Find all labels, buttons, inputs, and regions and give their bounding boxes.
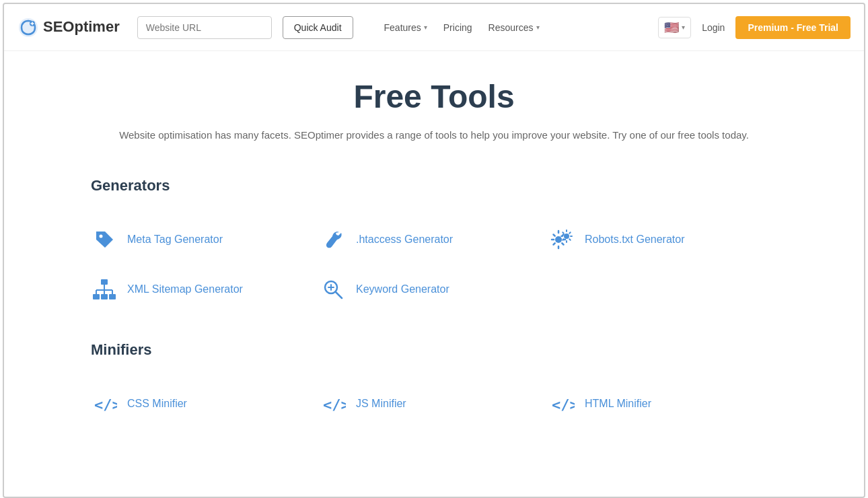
premium-button[interactable]: Premium - Free Trial: [735, 16, 851, 39]
svg-rect-6: [93, 294, 100, 299]
minifiers-section: Minifiers </> CSS Minifier </>: [91, 341, 777, 429]
minifiers-heading: Minifiers: [91, 341, 777, 359]
login-link[interactable]: Login: [702, 22, 725, 33]
minifiers-grid: </> CSS Minifier </> JS Minifier: [91, 379, 777, 429]
svg-point-4: [564, 234, 569, 239]
js-minifier-label: JS Minifier: [356, 398, 406, 410]
empty-cell: [548, 264, 777, 314]
wrench-icon: [320, 228, 347, 251]
sitemap-generator-item[interactable]: XML Sitemap Generator: [91, 264, 320, 314]
keyword-generator-item[interactable]: Keyword Generator: [320, 264, 548, 314]
logo-text: SEOptimer: [43, 18, 120, 36]
generators-grid: Meta Tag Generator .htaccess Generator: [91, 215, 777, 314]
svg-line-15: [336, 292, 342, 298]
code-icon-js: </>: [320, 392, 347, 415]
svg-point-2: [100, 235, 103, 238]
htaccess-generator-label: .htaccess Generator: [356, 234, 453, 246]
html-minifier-item[interactable]: </> HTML Minifier: [548, 379, 777, 429]
tag-icon: [91, 228, 118, 251]
svg-text:</>: </>: [323, 396, 346, 413]
nav-resources[interactable]: Resources ▾: [489, 22, 540, 33]
meta-tag-generator-item[interactable]: Meta Tag Generator: [91, 215, 320, 264]
page-subtitle: Website optimisation has many facets. SE…: [91, 127, 777, 143]
code-icon-css: </>: [91, 392, 118, 415]
svg-text:</>: </>: [552, 396, 575, 413]
svg-rect-8: [109, 294, 116, 299]
js-minifier-item[interactable]: </> JS Minifier: [320, 379, 548, 429]
page-title: Free Tools: [91, 78, 777, 115]
nav-pricing[interactable]: Pricing: [443, 22, 472, 33]
svg-rect-5: [101, 279, 108, 285]
chevron-down-icon-2: ▾: [536, 24, 540, 31]
generators-heading: Generators: [91, 177, 777, 194]
flag-icon: 🇺🇸: [664, 20, 679, 35]
chevron-down-icon-3: ▾: [682, 24, 685, 31]
keyword-generator-label: Keyword Generator: [356, 283, 449, 295]
css-minifier-item[interactable]: </> CSS Minifier: [91, 379, 320, 429]
quick-audit-button[interactable]: Quick Audit: [283, 16, 353, 39]
generators-section: Generators Meta Tag Generator: [91, 177, 777, 314]
htaccess-generator-item[interactable]: .htaccess Generator: [320, 215, 548, 264]
gear-icon: [548, 228, 575, 251]
logo-icon: [17, 16, 39, 39]
navbar: SEOptimer Quick Audit Features ▾ Pricing…: [4, 4, 864, 51]
url-input[interactable]: [137, 16, 272, 39]
sitemap-icon: [91, 278, 118, 301]
language-selector[interactable]: 🇺🇸 ▾: [658, 17, 691, 38]
search-plus-icon: [320, 278, 347, 301]
robots-generator-label: Robots.txt Generator: [585, 234, 685, 246]
svg-point-3: [555, 236, 562, 243]
svg-text:</>: </>: [94, 396, 117, 413]
meta-tag-generator-label: Meta Tag Generator: [127, 234, 223, 246]
html-minifier-label: HTML Minifier: [585, 398, 651, 410]
code-icon-html: </>: [548, 392, 575, 415]
sitemap-generator-label: XML Sitemap Generator: [127, 283, 243, 295]
nav-features[interactable]: Features ▾: [384, 22, 427, 33]
css-minifier-label: CSS Minifier: [127, 398, 187, 410]
nav-links: Features ▾ Pricing Resources ▾: [384, 22, 648, 33]
main-content: Free Tools Website optimisation has many…: [64, 51, 804, 483]
chevron-down-icon: ▾: [424, 24, 427, 31]
logo[interactable]: SEOptimer: [17, 16, 120, 39]
robots-generator-item[interactable]: Robots.txt Generator: [548, 215, 777, 264]
svg-rect-7: [101, 294, 108, 299]
